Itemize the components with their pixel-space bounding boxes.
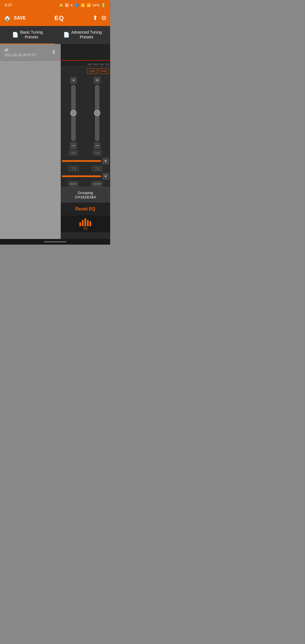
- fader2-thumb[interactable]: [94, 110, 100, 116]
- bottom-eq-label: EQ: [83, 227, 87, 230]
- fader2-value: 0.0: [93, 150, 102, 155]
- empty-presets-area: [0, 61, 61, 216]
- fader2-minus[interactable]: −: [94, 142, 101, 149]
- preset-share-icon[interactable]: ⬆: [51, 49, 56, 56]
- app-bar-left: 🏠 SAVE: [3, 14, 26, 22]
- fader1-thumb[interactable]: [70, 110, 77, 116]
- fader-row: + − 0.0 + − 0.0: [61, 76, 110, 156]
- fader2-plus[interactable]: +: [94, 77, 101, 84]
- nav-indicator: [44, 241, 66, 242]
- fader1-plus[interactable]: +: [70, 77, 77, 84]
- freq-label-4: 22k: [105, 63, 109, 66]
- eq-bar-3: [84, 218, 86, 226]
- eq-bar-4: [87, 220, 89, 226]
- fader1-minus[interactable]: −: [70, 142, 77, 149]
- preset-item-info: et 2021-02-18 09:37:57: [5, 47, 51, 57]
- status-bar: 9:37 🔔 🖼 ✳ 🔷 📶 📶 34% 🔋: [0, 0, 110, 10]
- home-button[interactable]: 🏠: [3, 14, 11, 22]
- eq-bar-1: [79, 222, 81, 226]
- tab-basic-tuning[interactable]: 📄 Basic TuningPresets: [0, 26, 55, 44]
- settings-icon[interactable]: ⚙: [101, 14, 107, 22]
- main-content: et 2021-02-18 09:37:57 ⬆ 000 6000 16k 22…: [0, 44, 110, 239]
- reset-eq-button[interactable]: Reset EQ: [61, 203, 110, 216]
- asterisk-icon: ✳: [70, 3, 73, 7]
- ch5-button[interactable]: CH5: [87, 68, 97, 74]
- fader1-value: 0.0: [69, 150, 78, 155]
- eq-graph-labels: 000 6000 16k 22k: [88, 63, 110, 66]
- fader1-track[interactable]: [71, 85, 76, 141]
- preset-item-date: 2021-02-18 09:37:57: [5, 53, 51, 57]
- freq-val-4: 16000: [91, 181, 103, 186]
- nav-bar: [0, 239, 110, 245]
- slider2-track[interactable]: [62, 175, 101, 177]
- eq-graph-line: [61, 60, 110, 61]
- fader2-track[interactable]: [95, 85, 99, 141]
- ch6-button[interactable]: CH6: [98, 68, 108, 74]
- fader-col-1: + − 0.0: [69, 77, 78, 155]
- app-bar-right: ⬆ ⚙: [93, 14, 107, 22]
- bottom-eq-bar[interactable]: EQ: [61, 216, 110, 232]
- preset-item-name: et: [5, 47, 51, 53]
- slider1-plus[interactable]: +: [102, 158, 109, 164]
- save-button[interactable]: SAVE: [14, 16, 26, 21]
- freq-label-3: 16k: [100, 63, 104, 66]
- app-bar: 🏠 SAVE EQ ⬆ ⚙: [0, 10, 110, 26]
- freq-label-2: 6000: [93, 63, 99, 66]
- tab-basic-label: Basic TuningPresets: [20, 30, 43, 40]
- eq-panel: 000 6000 16k 22k CH5 CH6 + − 0.0 +: [61, 44, 110, 239]
- grouping-label: GroupingCH1&2&3&4: [75, 191, 96, 199]
- presets-panel: et 2021-02-18 09:37:57 ⬆: [0, 44, 61, 239]
- status-time: 9:37: [5, 3, 12, 7]
- signal-icon: 📶: [86, 3, 91, 7]
- slider2-plus[interactable]: +: [102, 173, 109, 180]
- preset-item[interactable]: et 2021-02-18 09:37:57 ⬆: [0, 44, 61, 61]
- tab-advanced-tuning[interactable]: 📄 Advanced TuningPresets: [55, 26, 110, 44]
- slider1-values: 7.2 7.2: [61, 166, 110, 172]
- tab-bar: 📄 Basic TuningPresets 📄 Advanced TuningP…: [0, 26, 110, 44]
- freq-val-2: 7.2: [92, 166, 102, 171]
- tab-advanced-icon: 📄: [63, 32, 69, 38]
- bluetooth-icon: 🔷: [75, 3, 79, 7]
- slider-row-1: +: [61, 156, 110, 166]
- eq-graph: 000 6000 16k 22k: [61, 44, 110, 67]
- eq-bar-2: [82, 220, 84, 226]
- wifi-icon: 📶: [80, 3, 85, 7]
- tab-advanced-label: Advanced TuningPresets: [71, 30, 102, 40]
- image-icon: 🖼: [65, 3, 69, 7]
- freq-label-1: 000: [88, 63, 92, 66]
- channel-labels: CH5 CH6: [61, 67, 110, 76]
- app-title: EQ: [55, 14, 64, 22]
- slider2-values: 6000 16000: [61, 181, 110, 187]
- status-icons: 🔔 🖼 ✳ 🔷 📶 📶 34% 🔋: [59, 3, 106, 7]
- alarm-icon: 🔔: [59, 3, 64, 7]
- slider-row-2: +: [61, 172, 110, 181]
- reset-label: Reset EQ: [75, 206, 95, 211]
- share-icon[interactable]: ⬆: [93, 14, 98, 22]
- fader-col-2: + − 0.0: [93, 77, 102, 155]
- tab-basic-icon: 📄: [12, 32, 18, 38]
- slider1-track[interactable]: [62, 160, 101, 162]
- grouping-button[interactable]: GroupingCH1&2&3&4: [61, 187, 110, 203]
- eq-bar-5: [90, 221, 91, 226]
- freq-val-3: 6000: [68, 181, 78, 186]
- battery-percent: 34%: [92, 3, 100, 7]
- eq-icon-graphic: [79, 218, 91, 226]
- freq-val-1: 7.2: [68, 166, 79, 171]
- battery-icon: 🔋: [101, 3, 106, 7]
